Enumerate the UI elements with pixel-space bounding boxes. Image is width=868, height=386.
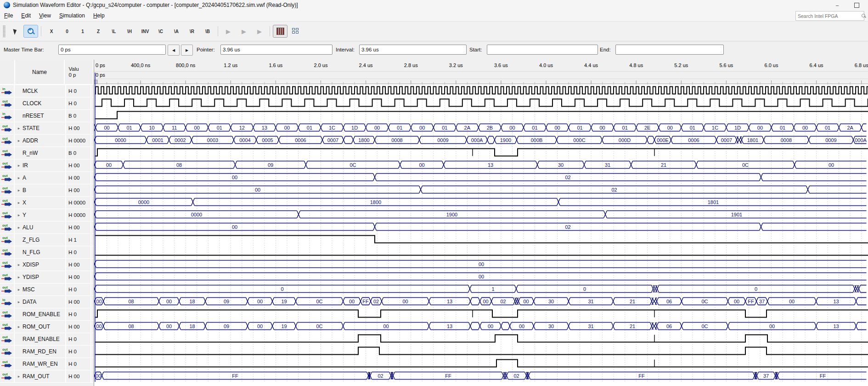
menu-view[interactable]: View	[35, 11, 55, 20]
master-time-bar-input[interactable]	[58, 45, 166, 55]
expand-icon[interactable]: ▸	[17, 188, 21, 193]
force-high-impedance-button[interactable]: Z	[91, 25, 106, 38]
time-ruler[interactable]	[94, 60, 868, 84]
expand-icon[interactable]: ▸	[17, 200, 21, 205]
signal-name-STATE[interactable]: ▸STATE	[15, 122, 66, 134]
menu-simulation[interactable]: Simulation	[55, 11, 89, 20]
toolbar-grip[interactable]	[3, 25, 6, 37]
expand-icon[interactable]: ▸	[17, 213, 21, 217]
pointer-icon	[13, 28, 17, 34]
force-unknown-button[interactable]: X	[44, 25, 59, 38]
search-input[interactable]	[796, 13, 862, 19]
signal-name-label: Y	[23, 212, 26, 218]
out-port-icon: out	[0, 147, 15, 159]
signal-name-CLOCK[interactable]: CLOCK	[15, 97, 66, 109]
count-value-button[interactable]: \C	[153, 25, 168, 38]
toolbar: X01Z\L\HINV\C\A\R\B▶▶▶	[0, 22, 868, 41]
signal-name-ROM_OUT[interactable]: ▸ROM_OUT	[15, 321, 66, 333]
svg-text:000B: 000B	[531, 137, 543, 143]
value-column-header: Valu 0 p	[65, 60, 94, 84]
expand-icon[interactable]: ▸	[17, 126, 21, 131]
menu-help[interactable]: Help	[89, 11, 109, 20]
out-port-icon: out	[0, 159, 15, 171]
signal-name-RAM_RD_EN[interactable]: RAM_RD_EN	[15, 346, 66, 358]
force-high-button[interactable]: 1	[75, 25, 90, 38]
svg-text:01: 01	[825, 125, 830, 131]
expand-icon[interactable]: ▸	[17, 176, 21, 180]
svg-text:01: 01	[217, 125, 222, 131]
force-weak-low-button[interactable]: \L	[107, 25, 121, 38]
menu-edit[interactable]: Edit	[17, 11, 35, 20]
force-low-button[interactable]: 0	[60, 25, 74, 38]
signal-name-XDISP[interactable]: ▸XDISP	[15, 259, 66, 271]
signal-name-IR[interactable]: ▸IR	[15, 159, 66, 171]
menu-file[interactable]: File	[0, 11, 17, 20]
svg-text:00: 00	[554, 125, 560, 131]
zoom-tool-button[interactable]	[23, 25, 38, 38]
signal-name-ROM_ENABLE[interactable]: ROM_ENABLE	[15, 308, 66, 320]
waveform-pane[interactable]: 0 ps400,0 ns800,0 ns1.2 us1.6 us2.0 us2.…	[94, 60, 868, 386]
signal-name-B[interactable]: ▸B	[15, 184, 66, 196]
svg-text:00: 00	[255, 187, 260, 193]
signal-name-RAM_WR_EN[interactable]: RAM_WR_EN	[15, 358, 66, 370]
force-weak-high-button[interactable]: \H	[122, 25, 137, 38]
expand-icon[interactable]: ▸	[17, 287, 21, 292]
svg-text:0C: 0C	[316, 299, 322, 304]
snap-to-grid-button[interactable]	[273, 25, 287, 38]
run-timing-simulation-button[interactable]: ▶	[237, 25, 251, 38]
svg-text:08: 08	[176, 162, 182, 168]
maximize-button[interactable]	[847, 0, 866, 10]
count-value-icon: \C	[158, 29, 163, 34]
out-port-icon: out	[0, 333, 15, 345]
generate-testbench-button[interactable]: ▶	[252, 25, 267, 38]
waveform-canvas[interactable]: 0 ps400,0 ns800,0 ns1.2 us1.6 us2.0 us2.…	[94, 60, 868, 386]
svg-text:00: 00	[419, 125, 425, 131]
signal-name-YDISP[interactable]: ▸YDISP	[15, 271, 66, 283]
search-box[interactable]	[795, 11, 864, 21]
signal-name-Z_FLG[interactable]: Z_FLG	[15, 234, 66, 246]
master-time-prev-button[interactable]: ◀	[168, 45, 180, 56]
signal-name-MSC[interactable]: ▸MSC	[15, 284, 66, 295]
run-functional-simulation-button[interactable]: ▶	[221, 25, 236, 38]
signal-name-label: RAM_ENABLE	[23, 336, 60, 342]
signal-name-MCLK[interactable]: MCLK	[15, 85, 66, 97]
interval-input[interactable]	[359, 45, 467, 55]
signal-name-Y[interactable]: ▸Y	[15, 209, 66, 221]
pointer-input[interactable]	[220, 45, 333, 55]
signal-name-nRESET[interactable]: nRESET	[15, 110, 66, 122]
svg-text:01: 01	[442, 125, 447, 131]
run-icon: ▶	[242, 28, 246, 35]
expand-icon[interactable]: ▸	[17, 324, 21, 329]
svg-text:00: 00	[96, 373, 101, 379]
signal-name-RAM_OUT[interactable]: ▸RAM_OUT	[15, 370, 66, 382]
signal-name-X[interactable]: ▸X	[15, 197, 66, 209]
signal-name-ADDR[interactable]: ▸ADDR	[15, 135, 66, 147]
wave-YDISP: 00	[94, 273, 867, 280]
expand-icon[interactable]: ▸	[17, 374, 21, 379]
expand-icon[interactable]: ▸	[17, 262, 21, 267]
arbitrary-value-button[interactable]: \A	[169, 25, 184, 38]
master-bar-handle[interactable]	[94, 80, 97, 84]
end-input[interactable]	[615, 45, 724, 55]
start-input[interactable]	[487, 45, 598, 55]
signal-name-RAM_ENABLE[interactable]: RAM_ENABLE	[15, 333, 66, 345]
signal-name-R_nW[interactable]: R_nW	[15, 147, 66, 159]
signal-name-N_FLG[interactable]: N_FLG	[15, 246, 66, 258]
signal-name-ALU[interactable]: ▸ALU	[15, 221, 66, 233]
random-value-button[interactable]: \R	[185, 25, 199, 38]
interval-label: Interval:	[336, 47, 355, 52]
invert-value-button[interactable]: INV	[138, 25, 152, 38]
bus-value-button[interactable]: \B	[200, 25, 215, 38]
master-time-next-button[interactable]: ▶	[181, 45, 193, 56]
expand-icon[interactable]: ▸	[17, 300, 21, 304]
signal-name-DATA[interactable]: ▸DATA	[15, 296, 66, 308]
expand-icon[interactable]: ▸	[17, 275, 21, 279]
expand-icon[interactable]: ▸	[17, 163, 21, 168]
pointer-tool-button[interactable]	[8, 25, 23, 38]
signal-name-label: nRESET	[23, 113, 44, 119]
expand-collapse-all-button[interactable]	[288, 25, 303, 38]
minimize-button[interactable]: –	[828, 0, 847, 10]
expand-icon[interactable]: ▸	[17, 138, 21, 143]
expand-icon[interactable]: ▸	[17, 225, 21, 230]
signal-name-A[interactable]: ▸A	[15, 172, 66, 184]
